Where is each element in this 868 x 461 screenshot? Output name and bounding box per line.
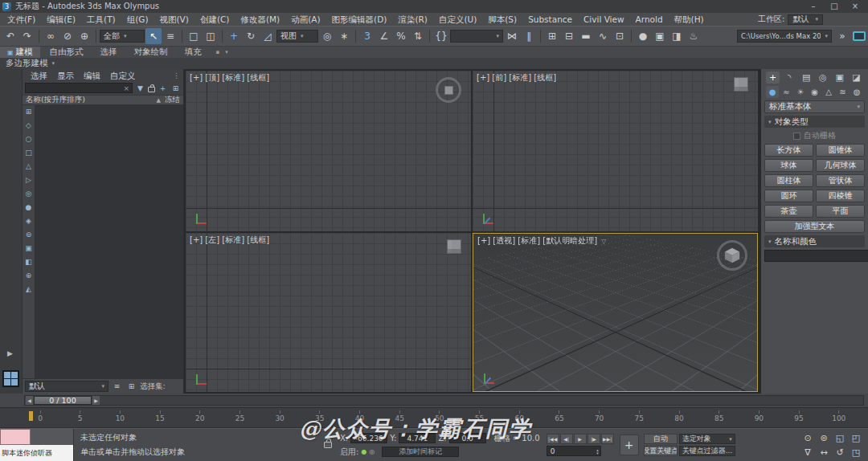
- list-view-icon[interactable]: ≡: [111, 382, 123, 390]
- menu-item[interactable]: 文件(F): [2, 13, 41, 26]
- project-folder-combo[interactable]: C:\Users\Yo…ds Max 202… ▾: [737, 30, 832, 43]
- macro-recorder-field[interactable]: [0, 429, 31, 445]
- toolbar-overflow-button[interactable]: »: [834, 28, 850, 44]
- primitive-button[interactable]: 长方体: [764, 144, 813, 157]
- viewport-display-icon[interactable]: [853, 31, 866, 41]
- lock-explorer-icon[interactable]: [148, 87, 155, 92]
- menu-item[interactable]: Civil View: [578, 13, 630, 26]
- auto-key-button[interactable]: 自动: [644, 434, 678, 444]
- menu-item[interactable]: 动画(A): [285, 13, 326, 26]
- explorer-filter-icon[interactable]: ⊕: [26, 271, 32, 279]
- menu-item[interactable]: 组(G): [121, 13, 154, 26]
- create-category-icon[interactable]: ◍: [850, 86, 863, 98]
- explorer-filter-icon[interactable]: ▷: [26, 176, 31, 184]
- selected-objects-combo[interactable]: 选定对象 ▾: [679, 434, 735, 444]
- select-object-button[interactable]: ↖: [145, 28, 162, 44]
- explorer-filter-icon[interactable]: ⊚: [26, 230, 32, 239]
- primitive-button-text-plus[interactable]: 加强型文本: [764, 220, 865, 233]
- align-button[interactable]: ∥: [521, 28, 537, 44]
- viewport-nav-icon[interactable]: ⊙: [804, 433, 811, 443]
- toggle-scene-explorer-button[interactable]: ⊞: [544, 28, 560, 44]
- clear-search-icon[interactable]: ×: [123, 84, 129, 92]
- transport-button[interactable]: ▶: [574, 434, 587, 444]
- menu-item[interactable]: 脚本(S): [482, 13, 522, 26]
- primitive-button[interactable]: 球体: [764, 159, 813, 172]
- ribbon-tab[interactable]: ▣ 建模: [0, 47, 40, 58]
- menu-item[interactable]: 视图(V): [154, 13, 194, 26]
- explorer-column-header[interactable]: 名称(按升序排序) ▲ 冻结: [23, 95, 183, 105]
- edit-named-selection-sets-button[interactable]: {}: [433, 28, 449, 44]
- viewcube[interactable]: [436, 77, 461, 103]
- primitive-button[interactable]: 圆柱体: [764, 174, 813, 187]
- viewport-label[interactable]: [+] [透视] [标准] [默认明暗处理]: [477, 235, 597, 247]
- object-type-rollout-header[interactable]: ▾ 对象类型: [764, 116, 865, 128]
- primitive-button[interactable]: 管状体: [816, 174, 865, 187]
- add-time-tag-field[interactable]: 添加时间标记: [382, 447, 459, 457]
- autogrid-checkbox[interactable]: [793, 133, 800, 140]
- frozen-column-header[interactable]: 冻结: [165, 95, 180, 105]
- redo-button[interactable]: ↷: [19, 28, 35, 44]
- command-panel-tab[interactable]: +: [766, 71, 780, 84]
- filter-funnel-icon[interactable]: ▼: [135, 84, 145, 92]
- object-name-input[interactable]: [764, 250, 868, 262]
- command-panel-tab[interactable]: ▣: [833, 71, 846, 84]
- create-category-icon[interactable]: ☀: [794, 86, 807, 98]
- viewport-nav-icon[interactable]: ⊚: [820, 433, 827, 443]
- explorer-filter-icon[interactable]: ⊞: [26, 108, 32, 116]
- create-category-icon[interactable]: △: [822, 86, 835, 98]
- minimize-button[interactable]: –: [803, 0, 824, 13]
- create-category-icon[interactable]: ≈: [780, 86, 793, 98]
- primitive-button[interactable]: 四棱锥: [816, 190, 865, 202]
- explorer-filter-icon[interactable]: ▣: [25, 244, 32, 252]
- time-slider-track[interactable]: ◀ 0 / 100 ▶: [24, 395, 864, 406]
- name-color-rollout-header[interactable]: ▾ 名称和颜色: [764, 235, 865, 247]
- menu-item[interactable]: 帮助(H): [669, 13, 710, 26]
- named-selection-sets-combo[interactable]: ▾: [450, 30, 503, 43]
- toggle-ribbon-button[interactable]: ▬: [578, 28, 594, 44]
- menu-item[interactable]: 渲染(R): [392, 13, 433, 26]
- viewcube[interactable]: [734, 77, 748, 92]
- transport-button[interactable]: |▶: [588, 434, 600, 444]
- viewport-nav-icon[interactable]: ↔: [820, 447, 827, 458]
- render-production-button[interactable]: ♨: [686, 28, 702, 44]
- explorer-filter-icon[interactable]: ◇: [26, 121, 31, 129]
- primitive-category-combo[interactable]: 标准基本体 ▾: [764, 100, 865, 113]
- expand-panel-arrow[interactable]: ▶: [7, 349, 13, 357]
- add-filter-icon[interactable]: +: [158, 84, 168, 92]
- transport-button[interactable]: ▶▶|: [601, 434, 614, 444]
- primitive-button[interactable]: 几何球体: [816, 159, 865, 172]
- percent-snap-toggle[interactable]: %: [393, 28, 409, 44]
- explorer-filter-icon[interactable]: ●: [26, 203, 32, 211]
- ribbon-tab[interactable]: 自由形式: [40, 47, 91, 58]
- y-coordinate-field[interactable]: 4.741: [399, 433, 436, 443]
- viewport-left[interactable]: [+] [左] [标准] [线框]: [186, 233, 471, 392]
- menu-item[interactable]: 修改器(M): [235, 13, 285, 26]
- primitive-button[interactable]: 平面: [816, 205, 865, 218]
- rectangular-selection-region-button[interactable]: □: [186, 28, 202, 44]
- next-frame-arrow[interactable]: ▶: [92, 396, 100, 405]
- command-panel-tab[interactable]: ◝: [783, 71, 796, 84]
- spinner-snap-toggle[interactable]: ⇅: [410, 28, 426, 44]
- toggle-layer-explorer-button[interactable]: ⊟: [561, 28, 577, 44]
- transport-button[interactable]: ◀|: [560, 434, 573, 444]
- viewport-label[interactable]: [+] [顶] [标准] [线框]: [190, 72, 269, 84]
- scene-explorer-menu-item[interactable]: 显示: [52, 69, 79, 82]
- x-coordinate-field[interactable]: -66.236: [350, 433, 387, 443]
- set-key-mode-button[interactable]: 设置关键点: [644, 446, 678, 456]
- selection-lock-toggle[interactable]: [324, 442, 332, 448]
- viewport-nav-icon[interactable]: ↺: [836, 447, 843, 458]
- create-category-icon[interactable]: ●: [766, 86, 779, 98]
- use-pivot-center-button[interactable]: ◎: [319, 28, 335, 44]
- set-keys-button[interactable]: +: [620, 434, 639, 455]
- viewport-nav-icon[interactable]: ◱: [836, 433, 844, 443]
- ribbon-minimize-icon[interactable]: ▾: [225, 49, 228, 55]
- mini-listener-field[interactable]: 脚本迷你侦听器: [0, 445, 73, 461]
- spinner-down-icon[interactable]: ▾: [596, 451, 599, 455]
- viewport-label[interactable]: [+] [左] [标准] [线框]: [190, 235, 269, 246]
- unlink-selection-button[interactable]: ⊘: [59, 28, 76, 44]
- viewport-filter-icon[interactable]: ▽: [601, 238, 606, 245]
- viewport-front[interactable]: [+] [前] [标准] [线框]: [473, 71, 758, 231]
- angle-snap-toggle[interactable]: ∠: [376, 28, 392, 44]
- explorer-view-grid-icon[interactable]: ⊞: [170, 84, 181, 92]
- select-and-rotate-button[interactable]: ↻: [243, 28, 259, 44]
